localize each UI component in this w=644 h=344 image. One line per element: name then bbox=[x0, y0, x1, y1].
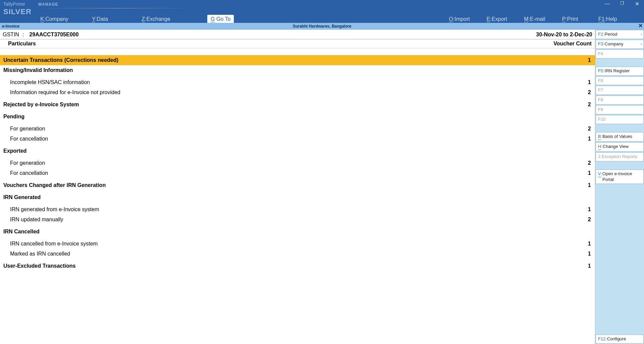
period-value: 30-Nov-20 to 2-Dec-20 bbox=[536, 32, 592, 38]
chevron-left-icon: ‹ bbox=[641, 32, 642, 36]
manage-label: MANAGE bbox=[37, 0, 191, 8]
col-particulars: Particulars bbox=[8, 41, 36, 47]
gstin-value: 29AACCT3705E000 bbox=[29, 32, 79, 38]
row-info-required[interactable]: Information required for e-Invoice not p… bbox=[0, 87, 595, 98]
row-missing-header[interactable]: Missing/Invalid Information bbox=[0, 65, 595, 75]
report-body: Uncertain Transactions (Corrections need… bbox=[0, 48, 595, 344]
maximize-button[interactable]: ❐ bbox=[618, 1, 627, 7]
brand-line2: SILVER bbox=[3, 7, 37, 16]
row-uncertain[interactable]: Uncertain Transactions (Corrections need… bbox=[0, 55, 595, 65]
minimize-button[interactable]: — bbox=[603, 1, 612, 7]
side-f2-period[interactable]: F2:Period ‹ bbox=[596, 30, 644, 39]
subheader-center: Surabhi Hardwares, Bangalore bbox=[293, 24, 351, 29]
row-rejected[interactable]: Rejected by e-Invoice System 2 bbox=[0, 100, 595, 110]
row-exported-header[interactable]: Exported bbox=[0, 146, 595, 156]
side-f4: F4 bbox=[596, 49, 644, 59]
row-irn-generated-header[interactable]: IRN Generated bbox=[0, 192, 595, 202]
row-pending-cancellation[interactable]: For cancellation 1 bbox=[0, 134, 595, 144]
side-f9: F9 bbox=[596, 105, 644, 114]
row-irn-cancelled-system[interactable]: IRN cancelled from e-Invoice system 1 bbox=[0, 239, 595, 249]
row-pending-generation[interactable]: For generation 2 bbox=[0, 124, 595, 134]
side-f5-irn-register[interactable]: F5:IRN Register bbox=[596, 67, 644, 76]
side-basis-of-values[interactable]: B:Basis of Values bbox=[596, 132, 644, 142]
column-headers: Particulars Voucher Count bbox=[0, 39, 595, 48]
gstin-row: GSTIN : 29AACCT3705E000 30-Nov-20 to 2-D… bbox=[0, 30, 595, 39]
row-exported-generation[interactable]: For generation 2 bbox=[0, 158, 595, 168]
workspace: GSTIN : 29AACCT3705E000 30-Nov-20 to 2-D… bbox=[0, 30, 644, 344]
row-irn-updated-manually[interactable]: IRN updated manually 2 bbox=[0, 215, 595, 225]
side-f10: F10 bbox=[596, 115, 644, 124]
close-icon[interactable]: ✕ bbox=[638, 23, 643, 29]
row-user-excluded[interactable]: User-Excluded Transactions 1 bbox=[0, 261, 595, 271]
brand-block: TallyPrime SILVER bbox=[0, 0, 37, 23]
col-voucher-count: Voucher Count bbox=[554, 41, 592, 47]
side-open-einvoice-portal[interactable]: V:Open e-Invoice Portal bbox=[596, 169, 644, 184]
row-irn-cancelled-header[interactable]: IRN Cancelled bbox=[0, 227, 595, 237]
side-f7: F7 bbox=[596, 86, 644, 95]
manage-separator bbox=[37, 8, 191, 8]
side-f12-configure[interactable]: F12:Configure bbox=[596, 335, 644, 344]
side-f6: F6 bbox=[596, 76, 644, 85]
row-pending-header[interactable]: Pending bbox=[0, 112, 595, 122]
side-change-view[interactable]: H:Change View bbox=[596, 142, 644, 152]
sub-header: e-Invoice Surabhi Hardwares, Bangalore ✕ bbox=[0, 23, 644, 30]
row-irn-generated-system[interactable]: IRN generated from e-Invoice system 1 bbox=[0, 204, 595, 215]
chevron-left-icon: ‹ bbox=[641, 41, 642, 46]
window-controls: — ❐ ✕ bbox=[603, 1, 641, 7]
main-panel: GSTIN : 29AACCT3705E000 30-Nov-20 to 2-D… bbox=[0, 30, 595, 344]
brand-line1: TallyPrime bbox=[3, 1, 37, 7]
side-f3-company[interactable]: F3:Company ‹ bbox=[596, 40, 644, 49]
row-marked-irn-cancelled[interactable]: Marked as IRN cancelled 1 bbox=[0, 249, 595, 259]
title-bar: TallyPrime SILVER MANAGE K:Company Y:Dat… bbox=[0, 0, 644, 23]
side-exception-reports: J:Exception Reports bbox=[596, 152, 644, 161]
gstin-label: GSTIN bbox=[3, 32, 19, 38]
side-panel: F2:Period ‹ F3:Company ‹ F4 F5:IRN Regis… bbox=[595, 30, 644, 344]
subheader-left: e-Invoice bbox=[2, 24, 19, 29]
row-hsn[interactable]: Incomplete HSN/SAC information 1 bbox=[0, 77, 595, 87]
menu-goto[interactable]: G:Go To bbox=[207, 15, 234, 24]
row-exported-cancellation[interactable]: For cancellation 1 bbox=[0, 168, 595, 178]
row-vouchers-changed[interactable]: Vouchers Changed after IRN Generation 1 bbox=[0, 180, 595, 190]
side-f8: F8 bbox=[596, 95, 644, 105]
manage-block: MANAGE bbox=[37, 0, 191, 10]
window-close-button[interactable]: ✕ bbox=[633, 1, 641, 7]
